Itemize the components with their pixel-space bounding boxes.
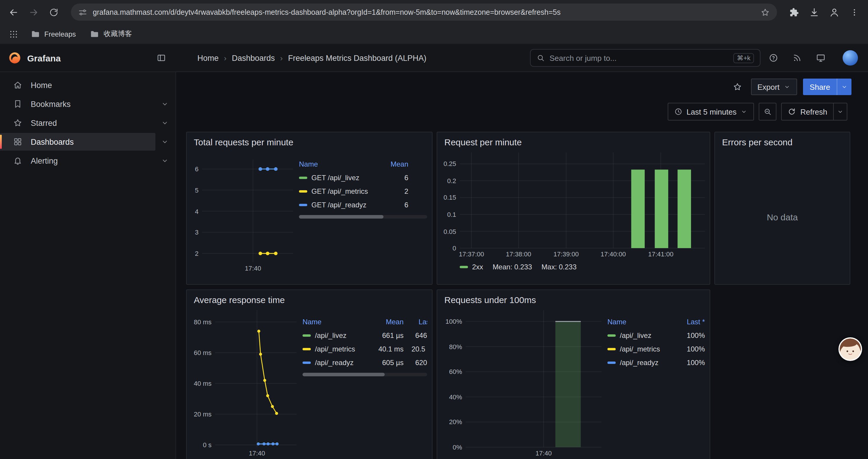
legend-header[interactable]: Mean [385, 160, 408, 168]
bookmark-star-icon[interactable] [761, 7, 770, 17]
browser-menu-button[interactable] [845, 3, 863, 21]
export-button[interactable]: Export [751, 78, 797, 95]
sidebar-item-bookmarks[interactable]: Bookmarks [0, 95, 176, 113]
legend-scrollbar[interactable] [303, 373, 427, 376]
scrollbar-thumb[interactable] [299, 215, 383, 219]
dashboards-grid-icon [13, 137, 23, 146]
share-button[interactable]: Share [803, 78, 851, 95]
y-axis-tick: 2 [191, 249, 198, 258]
legend-row[interactable]: /api/_readyz605 µs620 µs [303, 356, 427, 369]
series-name[interactable]: /api/_metrics [620, 345, 660, 353]
legend-header[interactable]: Last * [404, 318, 427, 326]
breadcrumb-dashboards[interactable]: Dashboards [232, 54, 275, 62]
panel-title[interactable]: Requests under 100ms [437, 290, 710, 310]
refresh-button[interactable]: Refresh [781, 103, 847, 121]
sidebar-item-alerting[interactable]: Alerting [0, 151, 176, 170]
legend-header[interactable]: Name [608, 318, 677, 326]
series-name[interactable]: /api/_livez [620, 331, 651, 339]
display-button[interactable] [812, 49, 830, 67]
panel-title[interactable]: Total requests per minute [187, 132, 432, 153]
monitor-icon [816, 53, 826, 63]
chevron-down-icon[interactable] [161, 119, 169, 127]
bookmark-folder-freeleaps[interactable]: Freeleaps [26, 26, 81, 42]
search-shortcut: ⌘+k [733, 53, 754, 63]
zoom-out-button[interactable] [759, 103, 777, 121]
back-button[interactable] [5, 3, 23, 21]
legend-scrollbar[interactable] [299, 215, 427, 219]
reload-icon [49, 7, 59, 17]
legend-value: 100% [677, 358, 705, 366]
reload-button[interactable] [45, 3, 63, 21]
brand-title: Grafana [27, 53, 61, 63]
sidebar-item-home[interactable]: Home [0, 76, 176, 95]
bookmark-folder-blog[interactable]: 收藏博客 [85, 26, 137, 42]
user-avatar[interactable] [843, 50, 858, 66]
legend-row[interactable]: /api/_livez100% [608, 328, 705, 342]
legend-row[interactable]: GET /api/_metrics2 [299, 184, 408, 198]
sidebar-item-dashboards[interactable]: Dashboards [0, 132, 176, 151]
y-axis-tick: 40% [442, 393, 462, 401]
series-color-chip [299, 176, 307, 179]
bar-chart[interactable]: 100%80%60%40%20%0%17:40 [442, 310, 601, 459]
legend-value: 100% [677, 331, 705, 339]
bookmark-label: 收藏博客 [104, 29, 132, 39]
series-name[interactable]: GET /api/_readyz [311, 201, 366, 209]
legend-row[interactable]: GET /api/_livez6 [299, 171, 408, 184]
sidebar-item-starred[interactable]: Starred [0, 113, 176, 132]
legend-header[interactable]: Last * [677, 318, 705, 326]
legend-row[interactable]: /api/_metrics100% [608, 342, 705, 356]
breadcrumb: Home › Dashboards › Freeleaps Metrics Da… [176, 54, 426, 62]
panel-title[interactable]: Average response time [187, 290, 432, 310]
favorite-dashboard-button[interactable] [730, 79, 745, 95]
puzzle-icon [789, 7, 799, 17]
legend-header[interactable]: Name [303, 318, 376, 326]
chevron-down-icon[interactable] [161, 157, 169, 165]
share-menu-button[interactable] [837, 78, 851, 95]
series-name[interactable]: /api/_metrics [315, 345, 355, 353]
panel-title[interactable]: Errors per second [715, 132, 850, 153]
chevron-down-icon[interactable] [161, 100, 169, 108]
floating-avatar-widget[interactable] [838, 337, 862, 361]
breadcrumb-home[interactable]: Home [197, 54, 219, 62]
grafana-logo[interactable] [8, 52, 21, 64]
forward-button[interactable] [25, 3, 42, 21]
series-name[interactable]: 2xx [472, 263, 483, 271]
apps-grid-button[interactable] [6, 26, 21, 42]
chevron-down-icon[interactable] [161, 138, 169, 146]
bar-chart[interactable]: 0.250.20.150.10.05017:37:0017:38:0017:39… [442, 153, 705, 260]
legend-value: 605 µs [376, 358, 404, 366]
search-box[interactable]: Search or jump to... ⌘+k [530, 49, 761, 67]
legend-row[interactable]: /api/_metrics40.1 ms20.5 ms [303, 342, 427, 356]
extensions-button[interactable] [785, 3, 803, 21]
browser-toolbar: grafana.mathmast.com/d/deytv4rwavabkb/fr… [0, 0, 868, 24]
timeseries-chart[interactable]: 80 ms60 ms40 ms20 ms0 s17:40 [191, 310, 297, 459]
series-name[interactable]: /api/_readyz [315, 358, 354, 366]
downloads-button[interactable] [805, 3, 823, 21]
time-range-picker[interactable]: Last 5 minutes [668, 103, 754, 121]
refresh-interval-button[interactable] [833, 103, 847, 120]
help-button[interactable] [765, 49, 782, 67]
y-axis-tick: 0.05 [442, 227, 456, 235]
legend-row[interactable]: /api/_livez661 µs646 µs [303, 328, 427, 342]
news-button[interactable] [788, 49, 806, 67]
screen: grafana.mathmast.com/d/deytv4rwavabkb/fr… [0, 0, 868, 459]
sidebar-toggle-button[interactable] [152, 49, 170, 67]
url-bar[interactable]: grafana.mathmast.com/d/deytv4rwavabkb/fr… [71, 4, 777, 21]
timeseries-chart[interactable]: 6543217:40 [191, 160, 293, 273]
time-range-label: Last 5 minutes [687, 107, 737, 116]
legend-row[interactable]: /api/_readyz100% [608, 356, 705, 369]
legend-row[interactable]: GET /api/_readyz6 [299, 198, 408, 211]
sidebar-item-label: Dashboards [31, 137, 74, 146]
legend-header[interactable]: Name [299, 160, 385, 168]
legend-inline[interactable]: 2xx Mean: 0.233 Max: 0.233 [442, 263, 705, 271]
profile-button[interactable] [826, 3, 843, 21]
series-name[interactable]: /api/_readyz [620, 358, 658, 366]
legend-header[interactable]: Mean [376, 318, 404, 326]
series-name[interactable]: GET /api/_livez [311, 173, 359, 182]
panel-requests-under-100ms: Requests under 100ms 100%80%60%40%20%0%1… [437, 290, 710, 459]
series-name[interactable]: GET /api/_metrics [311, 187, 368, 195]
scrollbar-thumb[interactable] [303, 373, 385, 376]
site-settings-icon[interactable] [78, 7, 88, 17]
panel-title[interactable]: Request per minute [437, 132, 710, 153]
series-name[interactable]: /api/_livez [315, 331, 346, 339]
